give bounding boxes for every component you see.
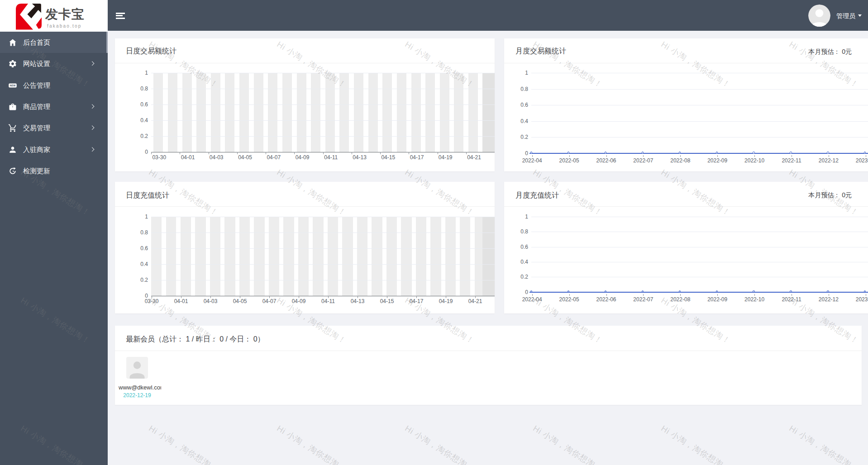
svg-text:NEW: NEW: [10, 84, 16, 87]
